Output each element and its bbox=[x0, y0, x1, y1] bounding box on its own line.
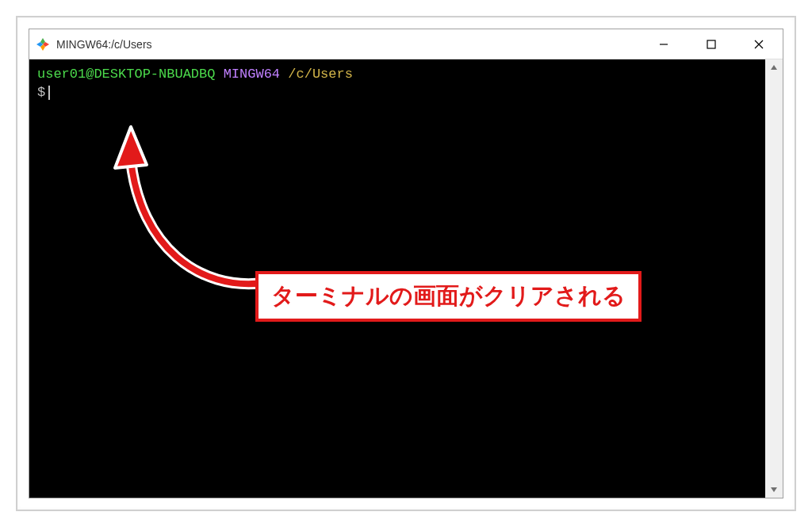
close-button[interactable] bbox=[735, 29, 783, 59]
prompt-line: user01@DESKTOP-NBUADBQ MINGW64 /c/Users bbox=[37, 66, 757, 84]
prompt-path: /c/Users bbox=[288, 67, 353, 82]
annotation-text: ターミナルの画面がクリアされる bbox=[271, 283, 626, 308]
vertical-scrollbar[interactable] bbox=[765, 59, 783, 498]
window-controls bbox=[640, 29, 783, 59]
scroll-down-icon[interactable] bbox=[769, 485, 779, 495]
window-title: MINGW64:/c/Users bbox=[56, 38, 640, 51]
screenshot-frame: MINGW64:/c/Users user01@DESKTOP-NBUADBQ … bbox=[16, 16, 796, 511]
prompt-input-line: $ bbox=[37, 84, 757, 102]
cursor-icon bbox=[48, 86, 50, 100]
scroll-up-icon[interactable] bbox=[769, 63, 779, 72]
prompt-host: DESKTOP-NBUADBQ bbox=[94, 67, 215, 82]
svg-rect-5 bbox=[707, 40, 715, 48]
annotation-label: ターミナルの画面がクリアされる bbox=[255, 271, 642, 322]
svg-marker-8 bbox=[771, 65, 777, 70]
maximize-button[interactable] bbox=[688, 29, 735, 59]
prompt-user: user01 bbox=[37, 67, 86, 82]
prompt-at: @ bbox=[86, 67, 94, 82]
terminal-window: MINGW64:/c/Users user01@DESKTOP-NBUADBQ … bbox=[29, 29, 783, 498]
prompt-sys: MINGW64 bbox=[224, 67, 280, 82]
prompt-dollar: $ bbox=[37, 85, 45, 100]
app-icon bbox=[36, 37, 50, 52]
minimize-button[interactable] bbox=[640, 29, 688, 59]
svg-marker-9 bbox=[771, 487, 777, 492]
window-titlebar: MINGW64:/c/Users bbox=[29, 29, 783, 59]
